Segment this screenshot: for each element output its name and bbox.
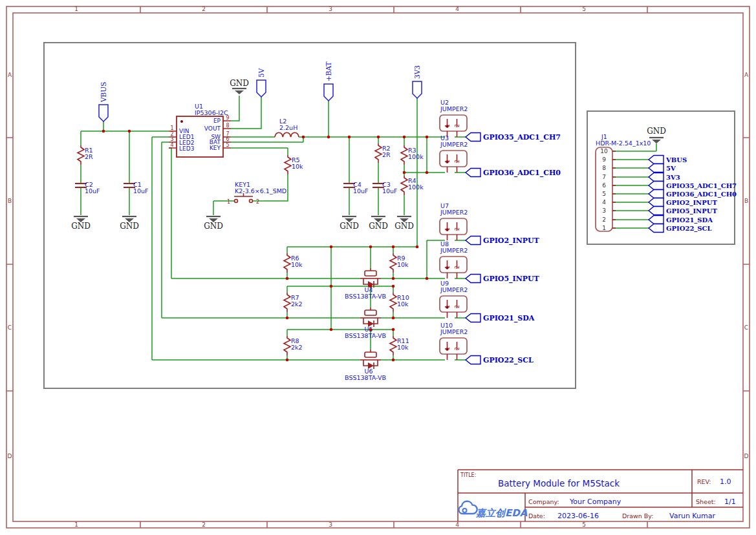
power-flag-5v[interactable]: 5V	[257, 68, 266, 97]
net-label-gpio22[interactable]: GPIO22_SCL	[466, 356, 534, 366]
gnd-flag[interactable]: GND	[369, 216, 388, 231]
net-label-text: GPIO5_INPUT	[666, 207, 717, 215]
net-label-j1-gpio5[interactable]: GPIO5_INPUT	[649, 207, 717, 215]
component-u9[interactable]: U9 JUMPER2 1 2	[440, 280, 468, 318]
component-u2[interactable]: U2 JUMPER2 1 2	[440, 99, 468, 137]
component-u8[interactable]: U8 JUMPER2 1 2	[440, 240, 468, 278]
component-r10[interactable]: R1010k	[390, 293, 409, 312]
cap-value: 10uF	[353, 187, 369, 194]
title-label: TITLE:	[460, 472, 476, 478]
component-c3[interactable]: C310uF	[373, 181, 398, 194]
cap-value: 10uF	[382, 187, 398, 194]
pin-number: 2	[256, 199, 259, 205]
component-r6[interactable]: R610k	[284, 253, 303, 273]
net-label-j1-gpio36[interactable]: GPIO36_ADC1_CH0	[649, 190, 737, 198]
pin-number: 3	[170, 136, 173, 142]
component-l2[interactable]: L2 2.2uH	[275, 118, 299, 137]
net-label-gpio5[interactable]: GPIO5_INPUT	[466, 275, 540, 284]
net-flag-icon	[466, 133, 481, 142]
pin-number: 10	[600, 148, 608, 154]
resistor-value: 2R	[382, 151, 391, 158]
net-label-j1-gpio35[interactable]: GPIO35_ADC1_CH7	[649, 182, 737, 190]
border-row-label: A	[744, 72, 749, 78]
jumper-part: JUMPER2	[440, 105, 468, 112]
net-label-j1-gpio22[interactable]: GPIO22_SCL	[649, 224, 712, 233]
component-c2[interactable]: C210uF	[75, 181, 100, 194]
net-label-j1-gpio21[interactable]: GPIO21_SDA	[649, 216, 713, 224]
pin-name: VOUT	[204, 125, 221, 132]
net-flag-icon	[649, 216, 664, 224]
border-row-label: B	[8, 198, 12, 204]
net-label-text: VBUS	[665, 156, 687, 163]
net-label-gpio35[interactable]: GPIO35_ADC1_CH7	[466, 133, 561, 143]
net-label-gpio36[interactable]: GPIO36_ADC1_CH0	[466, 169, 561, 178]
gnd-flag[interactable]: GND	[230, 79, 249, 94]
component-r7[interactable]: R72k2	[284, 293, 303, 312]
border-row-label: A	[8, 72, 12, 78]
pin-number: 8	[226, 123, 229, 129]
sheet-border: 1 2 3 4 5 1 2 3 4 5 A B C D A B C D	[6, 6, 750, 528]
pin-number: 4	[602, 199, 606, 205]
power-flag-3v3[interactable]: 3V3	[413, 65, 422, 98]
pin-number: 8	[602, 165, 606, 171]
resistor-value: 100k	[408, 184, 424, 191]
jumper-part: JUMPER2	[440, 247, 468, 254]
border-col-label: 3	[329, 521, 332, 528]
net-label-j1-gpio2[interactable]: GPIO2_INPUT	[649, 198, 717, 207]
component-r1[interactable]: R12R	[78, 145, 93, 165]
gnd-flag[interactable]: GND	[120, 216, 139, 231]
component-r5[interactable]: R510k	[285, 155, 303, 174]
net-flag-icon	[649, 198, 664, 207]
power-flag-bat[interactable]: +BAT	[324, 61, 333, 101]
component-r4[interactable]: R4100k	[401, 176, 424, 195]
component-j1[interactable]: J1 HDR-M-2.54_1x10 10 9 8 7 6 5 4 3 2 1	[596, 133, 651, 231]
pin-number: 1	[170, 125, 173, 131]
component-u1[interactable]: U1 IP5306-I2C 1 2 3 4 9 8 7 6 5 VIN LED1…	[169, 103, 231, 157]
net-flag-icon	[649, 224, 664, 233]
net-flag-icon	[649, 156, 664, 164]
net-label-gpio21[interactable]: GPIO21_SDA	[466, 314, 535, 324]
component-u5[interactable]: U5BSS138TA-VB	[345, 308, 386, 339]
gnd-label: GND	[71, 222, 91, 231]
gnd-flag[interactable]: GND	[71, 216, 91, 231]
gnd-flag[interactable]: GND	[340, 216, 359, 231]
component-u6[interactable]: U6BSS138TA-VB	[345, 350, 386, 381]
resistor-value: 2k2	[291, 300, 303, 308]
drawn-by-value: Varun Kumar	[669, 512, 715, 520]
component-c1[interactable]: C110uF	[124, 181, 149, 194]
component-u7[interactable]: U7 JUMPER2 1 2	[440, 202, 468, 240]
gnd-flag[interactable]: GND	[394, 216, 414, 231]
pin-number: 2	[455, 347, 460, 350]
power-flag-vbus[interactable]: VBUS	[99, 82, 108, 121]
net-flag-icon	[649, 164, 664, 173]
component-r8[interactable]: R82k2	[284, 336, 303, 355]
pin-number: 2	[455, 266, 460, 269]
component-u4[interactable]: U4BSS138TA-VB	[345, 268, 386, 300]
border-row-label: C	[8, 324, 12, 331]
net-flag-icon	[466, 275, 481, 283]
component-u3[interactable]: U3 JUMPER2 1 2	[440, 134, 468, 173]
gnd-label: GND	[340, 222, 359, 231]
net-label-gpio2[interactable]: GPIO2_INPUT	[466, 236, 540, 246]
company-value: Your Company	[569, 498, 621, 506]
component-u10[interactable]: U10 JUMPER2 1 2	[440, 322, 468, 360]
component-c4[interactable]: C410uF	[343, 181, 369, 194]
schematic-canvas[interactable]: 1 2 3 4 5 1 2 3 4 5 A B C D A B C D VBUS…	[0, 0, 756, 535]
border-row-label: C	[744, 324, 748, 331]
pin-number: 1	[445, 347, 451, 350]
border-col-label: 4	[455, 6, 459, 12]
component-r2[interactable]: R22R	[375, 143, 391, 163]
cloud-swoosh	[463, 509, 467, 512]
net-label-j1-5v[interactable]: 5V	[649, 164, 676, 173]
component-r9[interactable]: R910k	[390, 253, 409, 273]
net-label-j1-3v3[interactable]: 3V3	[649, 173, 680, 182]
component-r3[interactable]: R3100k	[401, 145, 424, 165]
gnd-flag[interactable]: GND	[204, 216, 223, 231]
component-r11[interactable]: R1110k	[390, 336, 409, 355]
pin-number: 1	[602, 225, 606, 231]
pin-number: 5	[602, 191, 606, 197]
net-label-j1-vbus[interactable]: VBUS	[649, 156, 687, 164]
resistor-value: 10k	[291, 261, 303, 268]
title-block: TITLE: Battery Module for M5Stack REV: 1…	[458, 470, 743, 521]
pin-number: 5	[226, 142, 229, 148]
